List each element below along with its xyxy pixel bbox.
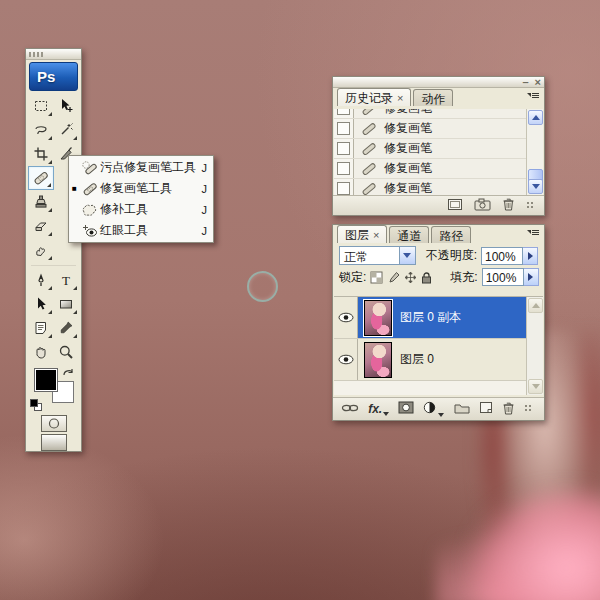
menu-item-patch-tool[interactable]: 修补工具 J xyxy=(69,199,213,220)
opacity-field[interactable]: 100% xyxy=(481,247,538,265)
tool-clone-stamp[interactable] xyxy=(28,190,54,214)
fill-field[interactable]: 100% xyxy=(482,268,539,286)
add-layer-mask-icon[interactable] xyxy=(398,401,414,417)
visibility-toggle[interactable] xyxy=(334,297,358,338)
healing-brush-cursor[interactable] xyxy=(247,271,278,302)
layers-bottom-bar: fx. xyxy=(333,397,544,420)
tool-pen[interactable] xyxy=(28,268,54,292)
opacity-value[interactable]: 100% xyxy=(481,247,523,265)
opacity-label: 不透明度: xyxy=(426,247,477,264)
combo-arrow-icon[interactable] xyxy=(399,247,415,264)
new-group-folder-icon[interactable] xyxy=(454,402,470,417)
layer-thumbnail[interactable] xyxy=(364,300,392,336)
tool-crop[interactable] xyxy=(28,142,54,166)
foreground-color-swatch[interactable] xyxy=(34,368,58,392)
tab-paths[interactable]: 路径 xyxy=(431,226,471,243)
active-tool-marker: ■ xyxy=(72,185,80,193)
menu-item-shortcut: J xyxy=(197,183,207,195)
swap-colors-icon[interactable] xyxy=(62,367,75,382)
blend-mode-select[interactable]: 正常 xyxy=(339,246,416,265)
history-row[interactable]: 修复画笔 xyxy=(334,139,526,159)
tab-close-icon[interactable]: × xyxy=(373,229,379,241)
opacity-spinner-icon[interactable] xyxy=(523,247,538,265)
tool-notes[interactable] xyxy=(28,316,54,340)
panel-menu-icon[interactable] xyxy=(526,89,540,103)
delete-layer-trash-icon[interactable] xyxy=(502,401,515,418)
tool-healing-brush[interactable] xyxy=(28,166,54,190)
lock-position-icon[interactable] xyxy=(404,271,417,284)
layers-scrollbar[interactable] xyxy=(526,297,543,395)
tool-lasso[interactable] xyxy=(28,118,54,142)
scroll-down-button[interactable] xyxy=(528,379,543,394)
photoshop-workspace: Ps xyxy=(0,0,600,600)
layer-row[interactable]: 图层 0 xyxy=(334,339,526,381)
lock-all-icon[interactable] xyxy=(421,271,432,284)
layer-thumbnail[interactable] xyxy=(364,342,392,378)
panel-menu-icon[interactable] xyxy=(526,226,540,240)
history-scrollbar[interactable] xyxy=(526,109,543,195)
layer-style-fx-icon[interactable]: fx. xyxy=(368,402,389,416)
tab-layers[interactable]: 图层× xyxy=(337,225,387,243)
history-source-checkbox[interactable] xyxy=(334,139,354,158)
tool-hand[interactable] xyxy=(28,340,54,364)
tool-type[interactable]: T xyxy=(54,268,80,292)
toolbox-titlebar[interactable] xyxy=(26,49,81,60)
fill-spinner-icon[interactable] xyxy=(524,268,539,286)
scroll-down-button[interactable] xyxy=(528,179,543,194)
tab-actions[interactable]: 动作 xyxy=(413,89,453,106)
layer-name[interactable]: 图层 0 xyxy=(400,351,434,368)
patch-tool-icon xyxy=(80,202,100,218)
tool-shape[interactable] xyxy=(54,292,80,316)
new-layer-icon[interactable] xyxy=(479,401,493,417)
shape-icon xyxy=(58,296,74,312)
tab-history[interactable]: 历史记录× xyxy=(337,88,411,106)
tab-close-icon[interactable]: × xyxy=(397,92,403,104)
scroll-up-button[interactable] xyxy=(528,110,543,125)
lock-transparency-icon[interactable] xyxy=(370,271,383,284)
lock-pixels-icon[interactable] xyxy=(387,271,400,284)
tool-zoom[interactable] xyxy=(54,340,80,364)
history-row[interactable]: 修复画笔 xyxy=(334,109,526,119)
layer-row-selected[interactable]: 图层 0 副本 xyxy=(334,297,526,339)
visibility-toggle[interactable] xyxy=(334,339,358,380)
new-document-from-state-icon[interactable] xyxy=(447,198,463,214)
history-row[interactable]: 修复画笔 xyxy=(334,159,526,179)
path-select-icon xyxy=(33,296,49,312)
history-titlebar[interactable]: – × xyxy=(333,77,544,88)
healing-tools-flyout: 污点修复画笔工具 J ■ 修复画笔工具 J 修补工具 J 红眼工具 J xyxy=(68,155,214,243)
tool-path-select[interactable] xyxy=(28,292,54,316)
link-layers-icon[interactable] xyxy=(341,402,359,416)
fill-value[interactable]: 100% xyxy=(482,268,524,286)
tool-separator xyxy=(31,262,76,266)
tool-rectangular-marquee[interactable] xyxy=(28,94,54,118)
healing-brush-state-icon xyxy=(354,162,384,176)
adjustment-layer-icon[interactable] xyxy=(423,401,444,417)
default-colors-icon[interactable] xyxy=(30,399,43,412)
quick-mask-button[interactable] xyxy=(41,415,67,432)
tab-channels[interactable]: 通道 xyxy=(389,226,429,243)
tool-eyedropper[interactable] xyxy=(54,316,80,340)
menu-item-spot-healing-brush[interactable]: 污点修复画笔工具 J xyxy=(69,157,213,178)
resize-grip[interactable] xyxy=(526,201,536,211)
screen-mode-button[interactable] xyxy=(41,434,67,451)
history-row[interactable]: 修复画笔 xyxy=(334,179,526,195)
delete-state-trash-icon[interactable] xyxy=(502,197,515,214)
tool-eraser[interactable] xyxy=(28,214,54,238)
tool-move[interactable] xyxy=(54,94,80,118)
history-source-checkbox[interactable] xyxy=(334,159,354,178)
close-button[interactable]: × xyxy=(535,78,541,87)
minimize-button[interactable]: – xyxy=(522,78,528,87)
resize-grip[interactable] xyxy=(524,404,534,414)
history-row[interactable]: 修复画笔 xyxy=(334,119,526,139)
tool-smudge[interactable] xyxy=(28,238,54,262)
layer-name[interactable]: 图层 0 副本 xyxy=(400,309,461,326)
history-source-checkbox[interactable] xyxy=(334,179,354,195)
menu-item-healing-brush[interactable]: ■ 修复画笔工具 J xyxy=(69,178,213,199)
scroll-up-button[interactable] xyxy=(528,298,543,313)
menu-item-red-eye-tool[interactable]: 红眼工具 J xyxy=(69,220,213,241)
history-source-checkbox[interactable] xyxy=(334,119,354,138)
new-snapshot-icon[interactable] xyxy=(474,198,491,214)
history-source-checkbox[interactable] xyxy=(334,109,354,118)
spot-healing-brush-icon xyxy=(80,160,100,176)
tool-magic-wand[interactable] xyxy=(54,118,80,142)
